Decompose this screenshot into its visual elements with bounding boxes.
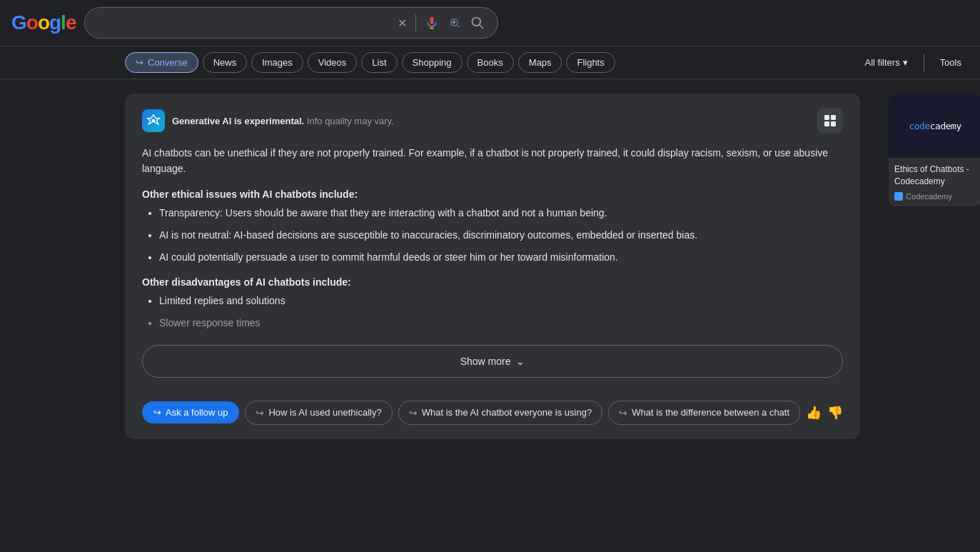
tab-shopping[interactable]: Shopping xyxy=(402,52,463,73)
followup-ask-label: Ask a follow up xyxy=(166,407,228,418)
ai-panel-header: Generative AI is experimental. Info qual… xyxy=(142,108,843,134)
tab-list[interactable]: List xyxy=(361,52,397,73)
chip-arrow-icon: ↪ xyxy=(619,407,627,418)
followup-actions: 👍 👎 xyxy=(806,405,843,421)
svg-rect-11 xyxy=(824,121,829,126)
codecademy-logo-text: codecademy xyxy=(909,121,961,131)
tab-list-label: List xyxy=(372,57,386,68)
ai-section1-title: Other ethical issues with AI chatbots in… xyxy=(142,189,843,200)
tab-flights[interactable]: Flights xyxy=(566,52,615,73)
tab-news-label: News xyxy=(213,57,237,68)
tab-converse-label: Converse xyxy=(148,57,188,68)
chip-label: What is the AI chatbot everyone is using… xyxy=(422,407,592,418)
ai-list-1: Transparency: Users should be aware that… xyxy=(142,206,843,265)
list-item: AI is not neutral: AI-based decisions ar… xyxy=(159,228,843,243)
tools-button[interactable]: Tools xyxy=(933,53,969,72)
tab-videos-label: Videos xyxy=(318,57,347,68)
card-title: Ethics of Chatbots - Codecademy xyxy=(894,164,976,188)
ai-intro-text: AI chatbots can be unethical if they are… xyxy=(142,145,843,177)
cards-panel: codecademy Ethics of Chatbots - Codecade… xyxy=(889,94,980,439)
tools-label: Tools xyxy=(940,57,961,68)
tab-images-label: Images xyxy=(262,57,293,68)
followup-chip-1[interactable]: ↪ How is AI used unethically? xyxy=(245,401,392,425)
svg-rect-0 xyxy=(430,17,434,24)
search-submit-button[interactable] xyxy=(469,14,486,31)
search-divider xyxy=(415,14,416,31)
thumbs-down-button[interactable]: 👎 xyxy=(827,405,843,421)
ai-panel: Generative AI is experimental. Info qual… xyxy=(125,94,860,439)
show-more-button[interactable]: Show more ⌄ xyxy=(142,345,843,378)
list-item: Limited replies and solutions xyxy=(159,293,843,308)
followup-chip-3[interactable]: ↪ What is the difference between a chatt xyxy=(608,401,800,425)
tab-books[interactable]: Books xyxy=(467,52,514,73)
ai-list-2: Limited replies and solutions Slower res… xyxy=(142,293,843,331)
list-item: Transparency: Users should be aware that… xyxy=(159,206,843,221)
card-info-codecademy: Ethics of Chatbots - Codecademy Codecade… xyxy=(889,158,980,206)
tab-images[interactable]: Images xyxy=(251,52,303,73)
svg-rect-12 xyxy=(831,121,836,126)
tab-videos[interactable]: Videos xyxy=(308,52,358,73)
ai-section2-title: Other disadvantages of AI chatbots inclu… xyxy=(142,276,843,288)
ask-followup-button[interactable]: ↪ Ask a follow up xyxy=(142,401,239,423)
svg-rect-9 xyxy=(824,115,829,120)
ai-experimental-label: Generative AI is experimental. Info qual… xyxy=(172,116,394,126)
svg-line-3 xyxy=(457,25,459,27)
svg-point-8 xyxy=(152,119,156,123)
chevron-down-icon: ⌄ xyxy=(516,356,525,367)
ai-header-left: Generative AI is experimental. Info qual… xyxy=(142,109,394,132)
converse-icon: ↪ xyxy=(136,57,143,68)
list-item: AI could potentially persuade a user to … xyxy=(159,250,843,265)
chip-arrow-icon: ↪ xyxy=(409,407,418,418)
header: Google unethical ai chatbot ✕ xyxy=(0,0,980,46)
ai-layout-button[interactable] xyxy=(817,108,843,134)
svg-rect-10 xyxy=(831,115,836,120)
search-bar: unethical ai chatbot ✕ xyxy=(84,7,498,39)
chip-label: What is the difference between a chatt xyxy=(632,407,789,418)
lens-button[interactable] xyxy=(448,16,462,30)
tab-maps-label: Maps xyxy=(529,57,552,68)
search-input[interactable]: unethical ai chatbot xyxy=(96,16,389,29)
tab-books-label: Books xyxy=(478,57,503,68)
source-favicon xyxy=(894,192,903,201)
mic-button[interactable] xyxy=(423,14,440,31)
show-more-label: Show more xyxy=(460,356,511,367)
followup-bar: ↪ Ask a follow up ↪ How is AI used uneth… xyxy=(142,389,843,425)
clear-button[interactable]: ✕ xyxy=(396,15,408,31)
all-filters-label: All filters xyxy=(865,57,900,68)
card-image-codecademy: codecademy xyxy=(889,94,980,158)
followup-chip-2[interactable]: ↪ What is the AI chatbot everyone is usi… xyxy=(398,401,602,425)
tab-news[interactable]: News xyxy=(203,52,248,73)
tab-shopping-label: Shopping xyxy=(413,57,452,68)
ai-logo xyxy=(142,109,165,132)
tab-converse[interactable]: ↪ Converse xyxy=(125,52,198,73)
chip-arrow-icon: ↪ xyxy=(256,407,264,418)
google-logo: Google xyxy=(11,11,76,34)
filter-right: All filters ▾ Tools xyxy=(858,53,969,72)
svg-line-7 xyxy=(480,25,483,29)
list-item: Slower response times xyxy=(159,316,843,331)
cards-row: codecademy Ethics of Chatbots - Codecade… xyxy=(889,94,980,206)
main-content: Generative AI is experimental. Info qual… xyxy=(0,79,980,453)
tab-flights-label: Flights xyxy=(577,57,604,68)
filter-row: ↪ Converse News Images Videos List Shopp… xyxy=(0,46,980,79)
chevron-down-icon: ▾ xyxy=(903,57,908,68)
thumbs-up-button[interactable]: 👍 xyxy=(806,405,822,421)
followup-arrow-icon: ↪ xyxy=(153,407,161,418)
filter-divider xyxy=(924,54,924,71)
card-source: Codecademy xyxy=(894,192,976,201)
all-filters-button[interactable]: All filters ▾ xyxy=(858,53,915,72)
result-card-codecademy[interactable]: codecademy Ethics of Chatbots - Codecade… xyxy=(889,94,980,206)
tab-maps[interactable]: Maps xyxy=(518,52,562,73)
chip-label: How is AI used unethically? xyxy=(268,407,381,418)
